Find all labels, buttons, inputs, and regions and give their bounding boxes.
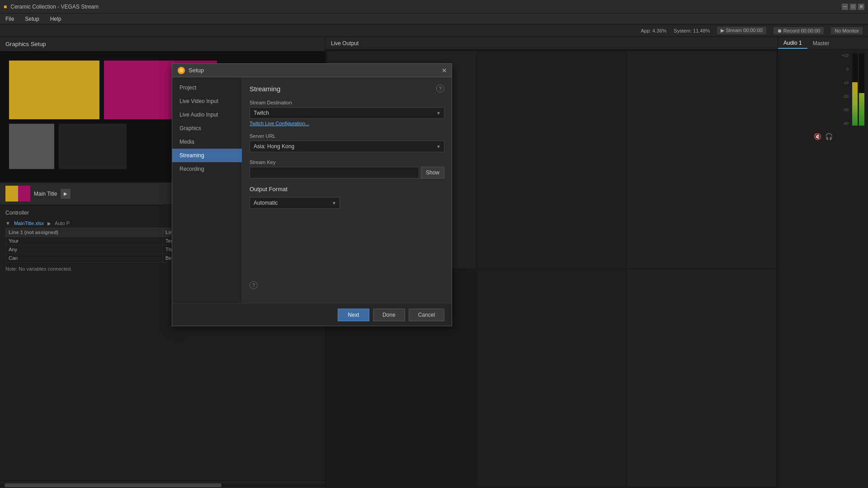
server-url-label: Server URL — [250, 133, 444, 139]
output-format-wrapper: Automatic 720p 30fps 1080p 30fps 1080p 6… — [250, 197, 340, 209]
menu-setup[interactable]: Setup — [23, 15, 41, 23]
audio-tab-1[interactable]: Audio 1 — [778, 38, 807, 49]
meter-bars — [852, 53, 864, 126]
preview-block-dark — [59, 124, 127, 169]
dialog-title: Setup — [189, 67, 204, 74]
scroll-track — [0, 483, 325, 487]
headphone-button[interactable]: 🎧 — [825, 133, 833, 140]
streaming-title: Streaming — [250, 85, 280, 93]
meter-bar-l — [852, 53, 858, 126]
controller-auto: Auto P — [55, 221, 70, 226]
preview-thumb-3 — [627, 52, 776, 268]
app-icon: ■ — [4, 4, 7, 10]
graphics-setup-header: Graphics Setup — [0, 37, 325, 52]
minimize-button[interactable]: ─ — [842, 4, 848, 10]
cell-2-1: Any — [6, 245, 163, 254]
status-bar: App: 4.36% System: 11.48% ▶ Stream 00:00… — [0, 24, 868, 37]
preview-thumb-6 — [627, 269, 776, 486]
output-format-title: Output Format — [250, 186, 444, 192]
menu-help[interactable]: Help — [48, 15, 63, 23]
server-url-section: Server URL Asia: Hong Kong US East: New … — [250, 133, 444, 152]
meter-bar-r — [859, 53, 864, 126]
nav-item-project[interactable]: Project — [172, 81, 242, 94]
audio-controls: 🔇 🎧 — [782, 133, 864, 140]
stream-key-input[interactable] — [250, 167, 419, 178]
bottom-scrollbar[interactable] — [0, 481, 325, 488]
menu-file[interactable]: File — [4, 15, 16, 23]
controller-file[interactable]: MainTitle.xlsx — [14, 221, 44, 226]
dialog-icon: ⚙ — [178, 67, 185, 74]
db-scale: +10 0 -10 -20 -30 -40 — [842, 53, 849, 126]
bottom-help-area: ? — [250, 281, 444, 289]
nav-item-streaming[interactable]: Streaming — [172, 149, 242, 162]
controller-play-icon: ▶ — [47, 221, 51, 226]
graphic-thumbnail — [5, 186, 30, 202]
cell-1-1: Your — [6, 237, 163, 245]
twitch-config-link[interactable]: Twitch Live Configuration... — [250, 121, 444, 126]
controller-arrow: ▼ — [5, 221, 10, 226]
dialog-content: Streaming ? Stream Destination Twitch Yo… — [242, 77, 452, 303]
menu-bar: File Setup Help — [0, 14, 868, 24]
help-icon[interactable]: ? — [436, 84, 444, 93]
preview-block-gray — [9, 124, 54, 169]
thumb-magenta — [18, 186, 31, 202]
cancel-button[interactable]: Cancel — [409, 309, 444, 321]
system-usage: System: 11.48% — [674, 28, 710, 33]
dialog-footer: Next Done Cancel — [172, 303, 452, 326]
db-labels: +10 0 -10 -20 -30 -40 — [782, 53, 864, 126]
play-button[interactable]: ▶ — [61, 189, 71, 199]
stream-key-section: Stream Key Show — [250, 160, 444, 178]
next-button[interactable]: Next — [338, 309, 369, 321]
output-format-section: Output Format Automatic 720p 30fps 1080p… — [250, 186, 444, 209]
dialog-nav: Project Live Video Input Live Audio Inpu… — [172, 77, 242, 303]
thumb-yellow — [5, 186, 18, 202]
nav-item-live-video[interactable]: Live Video Input — [172, 94, 242, 108]
dialog-title-bar: ⚙ Setup ✕ — [172, 64, 452, 77]
nav-item-media[interactable]: Media — [172, 135, 242, 149]
cell-3-1: Can — [6, 254, 163, 263]
audio-meters: +10 0 -10 -20 -30 -40 — [778, 50, 868, 488]
preview-block-yellow — [9, 61, 99, 119]
close-button[interactable]: ✕ — [858, 4, 864, 10]
thumb-inner — [5, 186, 30, 202]
mute-button[interactable]: 🔇 — [814, 133, 821, 140]
nav-item-recording[interactable]: Recording — [172, 162, 242, 176]
stream-status: ▶ Stream 00:00:00 — [717, 27, 766, 34]
audio-tab-master[interactable]: Master — [807, 38, 835, 48]
stream-destination-wrapper: Twitch YouTube Facebook Custom RTMP — [250, 107, 444, 119]
meter-fill-l — [852, 82, 858, 126]
dialog-body: Project Live Video Input Live Audio Inpu… — [172, 77, 452, 303]
live-output-header: Live Output — [326, 37, 778, 50]
preview-thumb-2 — [477, 52, 626, 268]
record-status: ⏺ Record 00:00:00 — [774, 27, 824, 34]
audio-panel: Audio 1 Master +10 0 -10 -20 -30 -40 — [778, 37, 868, 488]
stream-icon: ▶ — [721, 28, 724, 33]
title-bar-controls: ─ □ ✕ — [842, 4, 864, 10]
record-icon: ⏺ — [777, 28, 782, 33]
nav-item-graphics[interactable]: Graphics — [172, 122, 242, 135]
stream-key-label: Stream Key — [250, 160, 444, 165]
dialog-close-button[interactable]: ✕ — [441, 67, 448, 74]
controller-title: Controller — [5, 210, 29, 216]
output-format-select[interactable]: Automatic 720p 30fps 1080p 30fps 1080p 6… — [250, 197, 340, 209]
maximize-button[interactable]: □ — [850, 4, 856, 10]
preview-thumb-5 — [477, 269, 626, 486]
app-usage: App: 4.36% — [641, 28, 666, 33]
done-button[interactable]: Done — [373, 309, 405, 321]
nav-item-live-audio[interactable]: Live Audio Input — [172, 108, 242, 122]
stream-destination-select[interactable]: Twitch YouTube Facebook Custom RTMP — [250, 107, 444, 119]
section-title: Streaming ? — [250, 84, 444, 93]
server-url-wrapper: Asia: Hong Kong US East: New York EU: Am… — [250, 141, 444, 152]
meter-fill-r — [859, 93, 864, 126]
setup-dialog: ⚙ Setup ✕ Project Live Video Input Live … — [172, 63, 452, 326]
stream-key-input-row: Show — [250, 167, 444, 178]
monitor-status: No Monitor — [831, 27, 863, 34]
col-header-1: Line 1 (not assigned) — [6, 228, 163, 237]
server-url-select[interactable]: Asia: Hong Kong US East: New York EU: Am… — [250, 141, 444, 152]
app-title: Ceramic Collection - VEGAS Stream — [10, 4, 99, 10]
scroll-thumb[interactable] — [5, 483, 222, 487]
title-bar-left: ■ Ceramic Collection - VEGAS Stream — [4, 4, 99, 10]
show-stream-key-button[interactable]: Show — [421, 167, 444, 178]
stream-destination-label: Stream Destination — [250, 100, 444, 105]
bottom-help-icon[interactable]: ? — [250, 281, 258, 289]
